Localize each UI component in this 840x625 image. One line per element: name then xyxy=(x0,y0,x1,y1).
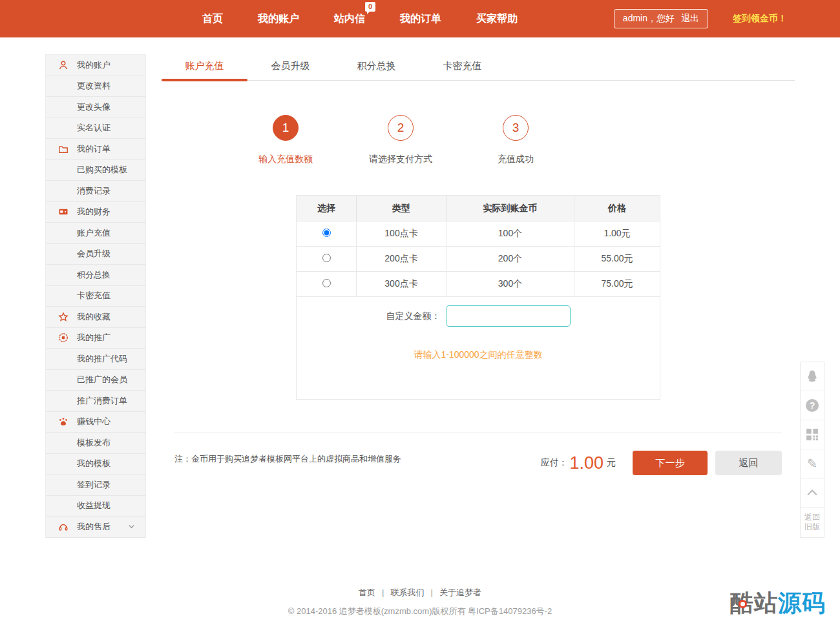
footer-link-0[interactable]: 首页 xyxy=(359,588,375,597)
sidebar-item-label: 实名认证 xyxy=(77,122,110,134)
sidebar-item-label: 我的售后 xyxy=(77,521,110,533)
sidebar-item[interactable]: 我的模板 xyxy=(46,454,145,475)
star-icon xyxy=(58,312,68,322)
nav-item-label: 站内信 xyxy=(334,13,365,24)
table-header-cell: 类型 xyxy=(356,196,446,221)
steps-indicator: 1输入充值数额2请选择支付方式3充值成功 xyxy=(162,115,640,165)
sidebar-item[interactable]: 我的订单 xyxy=(46,139,145,160)
sidebar: 我的账户更改资料更改头像实名认证我的订单已购买的模板消费记录我的财务账户充值会员… xyxy=(45,54,146,538)
sidebar-item[interactable]: 积分总换 xyxy=(46,265,145,286)
nav-item-3[interactable]: 我的订单 xyxy=(400,12,441,26)
nav-item-2[interactable]: 站内信0 xyxy=(334,12,365,26)
footer-link-2[interactable]: 关于追梦者 xyxy=(439,588,481,597)
pack-type-cell: 200点卡 xyxy=(356,247,446,271)
sidebar-item[interactable]: 我的推广代码 xyxy=(46,349,145,370)
sidebar-item[interactable]: 账户充值 xyxy=(46,223,145,244)
step-label: 充值成功 xyxy=(498,154,534,165)
sidebar-item[interactable]: 模板发布 xyxy=(46,433,145,454)
sidebar-item[interactable]: 我的售后 xyxy=(46,517,145,538)
help-icon[interactable]: ? xyxy=(800,391,824,420)
unread-badge: 0 xyxy=(365,2,375,12)
step-1: 1输入充值数额 xyxy=(244,115,328,165)
sidebar-item-label: 积分总换 xyxy=(77,269,110,281)
back-button[interactable]: 返回 xyxy=(715,451,782,475)
user-icon xyxy=(58,60,68,70)
pack-radio[interactable] xyxy=(322,229,331,237)
pack-radio[interactable] xyxy=(322,254,331,262)
payable-unit: 元 xyxy=(607,457,616,469)
recharge-pack-table: 选择类型实际到账金币价格100点卡100个1.00元200点卡200个55.00… xyxy=(296,195,660,400)
pack-type-cell: 300点卡 xyxy=(356,272,446,296)
radio-cell xyxy=(297,229,356,239)
pack-price-cell: 55.00元 xyxy=(574,247,660,271)
edit-icon[interactable]: ✎ xyxy=(800,449,824,478)
footer-link-separator: | xyxy=(431,588,433,597)
next-step-button[interactable]: 下一步 xyxy=(633,451,708,475)
sidebar-item[interactable]: 我的推广 xyxy=(46,328,145,349)
custom-amount-row: 自定义金额： xyxy=(297,305,660,327)
sidebar-item-label: 我的推广 xyxy=(77,332,110,343)
sidebar-item-label: 已推广的会员 xyxy=(77,374,127,385)
logo-part-gray: 酷站 xyxy=(730,589,778,616)
table-header-cell: 选择 xyxy=(297,203,356,214)
back-to-top-icon[interactable] xyxy=(800,478,824,507)
pack-radio[interactable] xyxy=(322,279,331,287)
sidebar-item[interactable]: 收益提现 xyxy=(46,496,145,517)
qrcode-icon[interactable] xyxy=(800,420,824,449)
sidebar-item-label: 模板发布 xyxy=(77,437,110,449)
footer-link-1[interactable]: 联系我们 xyxy=(391,588,425,597)
table-row: 100点卡100个1.00元 xyxy=(297,221,660,247)
logout-link[interactable]: 退出 xyxy=(681,13,699,25)
sidebar-item[interactable]: 推广消费订单 xyxy=(46,391,145,412)
sidebar-item[interactable]: 会员升级 xyxy=(46,244,145,265)
tab-0[interactable]: 账户充值 xyxy=(162,52,247,80)
sidebar-item[interactable]: 已购买的模板 xyxy=(46,160,145,181)
sidebar-item[interactable]: 我的收藏 xyxy=(46,307,145,328)
question-mark-glyph: ? xyxy=(806,399,819,412)
sidebar-item[interactable]: 我的财务 xyxy=(46,202,145,223)
sidebar-item[interactable]: 我的账户 xyxy=(46,55,145,76)
top-navbar: 首页我的账户站内信0我的订单买家帮助 admin，您好 退出 签到领金币！ xyxy=(0,0,840,37)
sidebar-item[interactable]: 签到记录 xyxy=(46,475,145,496)
pack-price-cell: 75.00元 xyxy=(574,272,660,296)
sidebar-item[interactable]: 赚钱中心 xyxy=(46,412,145,433)
table-header-cell: 价格 xyxy=(574,196,660,221)
step-circle: 1 xyxy=(273,115,299,141)
qq-icon[interactable] xyxy=(800,362,824,391)
footer-links: 首页|联系我们|关于追梦者 xyxy=(0,587,840,599)
sidebar-item[interactable]: 消费记录 xyxy=(46,181,145,202)
back-to-top-icon-glyph xyxy=(805,486,819,500)
nav-item-label: 首页 xyxy=(202,13,223,24)
sidebar-item-label: 更改资料 xyxy=(77,80,110,92)
nav-item-0[interactable]: 首页 xyxy=(202,12,223,26)
step-circle: 2 xyxy=(388,115,414,141)
sidebar-item[interactable]: 卡密充值 xyxy=(46,286,145,307)
sidebar-item-label: 更改头像 xyxy=(77,101,110,113)
user-greeting: admin，您好 xyxy=(623,13,675,25)
sidebar-item-label: 我的收藏 xyxy=(77,311,110,323)
wallet-icon xyxy=(58,207,68,217)
user-box: admin，您好 退出 xyxy=(614,9,708,28)
old-version-link[interactable]: 返回旧版 xyxy=(800,507,824,538)
sidebar-item-label: 会员升级 xyxy=(77,248,110,260)
sidebar-item[interactable]: 已推广的会员 xyxy=(46,370,145,391)
sidebar-item[interactable]: 实名认证 xyxy=(46,118,145,139)
signin-gold-link[interactable]: 签到领金币！ xyxy=(733,13,787,25)
folder-icon xyxy=(58,144,68,154)
table-row: 300点卡300个75.00元 xyxy=(297,272,660,297)
step-label: 输入充值数额 xyxy=(258,154,313,165)
sidebar-item[interactable]: 更改资料 xyxy=(46,76,145,97)
float-toolbar: ?✎返回旧版 xyxy=(800,362,824,538)
custom-amount-input[interactable] xyxy=(446,305,571,327)
sidebar-item[interactable]: 更改头像 xyxy=(46,97,145,118)
nav-item-label: 我的订单 xyxy=(400,13,441,24)
tab-1[interactable]: 会员升级 xyxy=(247,52,333,80)
sidebar-item-label: 消费记录 xyxy=(77,185,110,197)
pack-coins-cell: 300个 xyxy=(446,278,574,290)
copyright-text: © 2014-2016 追梦者模板(zmzmb.com)版权所有 粤ICP备14… xyxy=(0,606,840,617)
tab-2[interactable]: 积分总换 xyxy=(333,52,419,80)
badge-icon xyxy=(58,333,68,343)
nav-item-4[interactable]: 买家帮助 xyxy=(476,12,518,26)
nav-item-1[interactable]: 我的账户 xyxy=(258,12,299,26)
tab-3[interactable]: 卡密充值 xyxy=(419,52,505,80)
